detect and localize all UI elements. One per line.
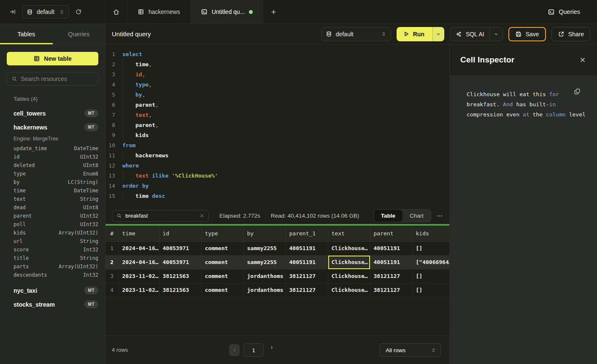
cell[interactable]: 38121563 xyxy=(159,269,201,283)
column-row[interactable]: deletedUInt8 xyxy=(0,161,105,170)
cell[interactable]: [] xyxy=(412,283,449,297)
cell[interactable]: 38121127 xyxy=(286,283,328,297)
column-row[interactable]: deadUInt8 xyxy=(0,203,105,212)
cell[interactable]: [] xyxy=(412,269,449,283)
sidebar-table-nyc_taxi[interactable]: nyc_taxiMT xyxy=(0,283,105,297)
column-row[interactable]: textString xyxy=(0,195,105,203)
column-header-parent[interactable]: parent xyxy=(370,226,412,241)
cell[interactable]: comment xyxy=(201,283,243,297)
editor-line-1[interactable]: 1select xyxy=(105,49,449,59)
cell[interactable]: 40051191 xyxy=(370,255,412,269)
column-row[interactable]: idUInt32 xyxy=(0,153,105,161)
run-button[interactable]: Run xyxy=(397,27,433,41)
column-row[interactable]: urlString xyxy=(0,237,105,245)
column-row[interactable]: titleString xyxy=(0,254,105,262)
cell[interactable]: 40053971 xyxy=(159,255,201,269)
sql-editor[interactable]: 1select2time,3id,4type,5by,6parent,7text… xyxy=(105,44,449,203)
close-icon[interactable] xyxy=(579,57,586,63)
cell[interactable]: comment xyxy=(201,269,243,283)
queries-button[interactable]: Queries xyxy=(548,0,597,24)
cell[interactable]: 38121127 xyxy=(370,283,412,297)
editor-line-4[interactable]: 4type, xyxy=(105,79,449,89)
collapse-sidebar-icon[interactable] xyxy=(9,8,16,15)
row-number[interactable]: 3 xyxy=(105,269,119,283)
query-database-selector[interactable]: default xyxy=(321,27,391,41)
cell[interactable]: Clickhouse… xyxy=(328,241,370,255)
table-row[interactable]: 12024-04-16…40053971commentsammy22554005… xyxy=(105,241,449,255)
column-row[interactable]: kidsArray(UInt32) xyxy=(0,229,105,237)
cell[interactable]: [] xyxy=(412,241,449,255)
column-header-time[interactable]: time xyxy=(119,226,159,241)
editor-line-5[interactable]: 5by, xyxy=(105,89,449,100)
column-row[interactable]: parentUInt32 xyxy=(0,212,105,220)
page-number-input[interactable] xyxy=(243,343,264,357)
sql-ai-button[interactable]: SQL AI xyxy=(450,27,503,41)
table-row[interactable]: 42023-11-02…38121563commentjordanthoms38… xyxy=(105,283,449,297)
editor-line-9[interactable]: 9kids xyxy=(105,130,449,140)
tab-untitled-query[interactable]: Untitled qu... xyxy=(191,0,264,24)
cell[interactable]: 2023-11-02… xyxy=(119,269,159,283)
cell[interactable]: 38121563 xyxy=(159,283,201,297)
editor-line-6[interactable]: 6parent, xyxy=(105,100,449,110)
cell[interactable]: Clickhouse… xyxy=(328,269,370,283)
new-table-button[interactable]: New table xyxy=(7,52,98,65)
sidebar-table-stocks_stream[interactable]: stocks_streamMT xyxy=(0,297,105,311)
page-size-selector[interactable]: All rows xyxy=(380,343,441,357)
cell[interactable]: jordanthoms xyxy=(243,283,286,297)
resource-search-input[interactable] xyxy=(21,75,94,82)
prev-page-button[interactable] xyxy=(229,344,240,356)
share-button[interactable]: Share xyxy=(551,27,590,41)
cell[interactable]: 38121127 xyxy=(286,269,328,283)
cell[interactable]: comment xyxy=(201,255,243,269)
row-number[interactable]: 4 xyxy=(105,283,119,297)
column-header-index[interactable]: # xyxy=(105,226,119,241)
cell[interactable]: jordanthoms xyxy=(243,269,286,283)
column-row[interactable]: update_timeDateTime xyxy=(0,144,105,153)
save-button[interactable]: Save xyxy=(508,27,546,41)
cell[interactable]: 2023-11-02… xyxy=(119,283,159,297)
cell[interactable]: Clickhouse… xyxy=(328,283,370,297)
column-header-type[interactable]: type xyxy=(201,226,243,241)
row-number[interactable]: 2 xyxy=(105,255,119,269)
cell[interactable]: 40053971 xyxy=(159,241,201,255)
cell[interactable]: 40051191 xyxy=(370,241,412,255)
editor-line-8[interactable]: 8parent, xyxy=(105,120,449,130)
next-page-button[interactable] xyxy=(269,345,274,350)
cell[interactable]: comment xyxy=(201,241,243,255)
view-toggle-chart[interactable]: Chart xyxy=(403,210,431,222)
editor-line-12[interactable]: 12where xyxy=(105,160,449,170)
column-header-kids[interactable]: kids xyxy=(412,226,449,241)
refresh-icon[interactable] xyxy=(75,8,82,15)
table-row[interactable]: 22024-04-16…40053971commentsammy22554005… xyxy=(105,255,449,269)
column-row[interactable]: pollUInt32 xyxy=(0,220,105,229)
copy-icon[interactable] xyxy=(573,88,581,95)
editor-line-2[interactable]: 2time, xyxy=(105,59,449,69)
column-row[interactable]: descendantsInt32 xyxy=(0,271,105,279)
cell[interactable]: 2024-04-16… xyxy=(119,241,159,255)
editor-line-11[interactable]: 11hackernews xyxy=(105,150,449,160)
column-header-id[interactable]: id xyxy=(159,226,201,241)
cell[interactable]: 40051191 xyxy=(286,241,328,255)
cell[interactable]: 38121127 xyxy=(370,269,412,283)
cell[interactable]: sammy2255 xyxy=(243,255,286,269)
tab-hackernews[interactable]: hackernews xyxy=(127,0,191,24)
sidebar-tab-tables[interactable]: Tables xyxy=(0,24,53,44)
cell[interactable]: ["40066964… xyxy=(412,255,449,269)
editor-line-7[interactable]: 7text, xyxy=(105,110,449,120)
cell[interactable]: 2024-04-16… xyxy=(119,255,159,269)
run-options-button[interactable] xyxy=(433,27,444,41)
cell[interactable]: Clickhouse… xyxy=(328,255,370,269)
view-toggle-table[interactable]: Table xyxy=(374,210,403,222)
column-header-text[interactable]: text xyxy=(328,226,370,241)
sidebar-table-cell_towers[interactable]: cell_towersMT xyxy=(0,106,105,120)
column-header-by[interactable]: by xyxy=(243,226,286,241)
editor-line-15[interactable]: 15time desc xyxy=(105,191,449,201)
tab-home[interactable] xyxy=(105,0,127,24)
column-row[interactable]: typeEnum8 xyxy=(0,170,105,178)
more-options-icon[interactable] xyxy=(436,213,443,219)
clear-search-icon[interactable] xyxy=(200,213,204,218)
column-row[interactable]: byLC(String) xyxy=(0,178,105,186)
cell[interactable]: 40051191 xyxy=(286,255,328,269)
column-row[interactable]: partsArray(UInt32) xyxy=(0,262,105,271)
sidebar-tab-queries[interactable]: Queries xyxy=(53,24,105,44)
